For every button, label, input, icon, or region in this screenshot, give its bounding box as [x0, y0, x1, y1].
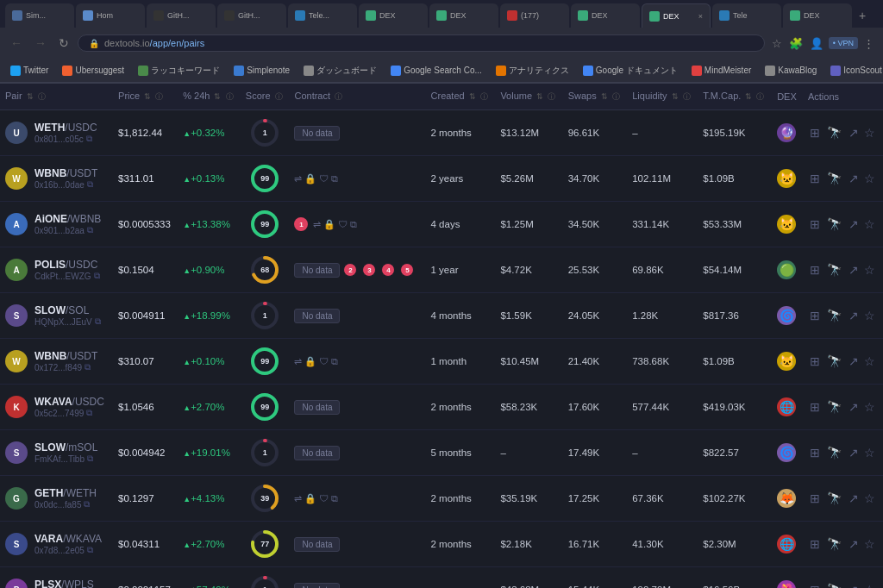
contract-audit-icon[interactable]: 🛡 — [319, 356, 329, 366]
info-button[interactable]: 🔭 — [825, 535, 843, 553]
favorite-button[interactable]: ☆ — [864, 217, 875, 231]
bookmark-analytics[interactable]: アナリティクス — [492, 63, 573, 78]
info-button[interactable]: 🔭 — [825, 581, 843, 588]
trade-button[interactable]: ↗ — [847, 581, 861, 588]
col-tmcap[interactable]: T.M.Cap. ⇅ ⓘ — [698, 84, 772, 110]
col-created[interactable]: Created ⇅ ⓘ — [426, 84, 496, 110]
contract-copy-icon[interactable]: ⧉ — [350, 219, 357, 230]
contract-swap-icon[interactable]: ⇌ — [294, 356, 302, 367]
contract-swap-icon[interactable]: ⇌ — [313, 219, 321, 230]
menu-icon[interactable]: ⋮ — [861, 35, 876, 52]
col-price[interactable]: Price ⇅ ⓘ — [113, 84, 178, 110]
copy-address-icon[interactable]: ⧉ — [86, 408, 92, 418]
dex-avatar[interactable]: 🐱 — [777, 169, 796, 188]
tab-notification[interactable]: (177) — [500, 3, 569, 28]
new-tab-button[interactable]: + — [854, 9, 871, 22]
tab-7[interactable]: DEX — [429, 3, 498, 28]
dex-avatar[interactable]: 🌐 — [777, 397, 796, 416]
favorite-button[interactable]: ☆ — [864, 400, 875, 414]
bookmark-twitter[interactable]: Twitter — [7, 64, 52, 78]
info-button[interactable]: 🔭 — [825, 353, 843, 370]
copy-address-icon[interactable]: ⧉ — [87, 225, 93, 235]
bookmark-iconscout[interactable]: IconScout — [827, 64, 883, 78]
col-liquidity[interactable]: Liquidity ⇅ ⓘ — [627, 84, 698, 110]
bookmark-google-search[interactable]: Google Search Co... — [387, 64, 485, 78]
tab-1[interactable]: Sim... — [5, 3, 74, 28]
address-bar[interactable]: 🔒 dextools.io/app/en/pairs — [78, 34, 765, 52]
dex-avatar[interactable]: 🌐 — [777, 535, 796, 554]
favorite-button[interactable]: ☆ — [864, 446, 875, 460]
favorite-button[interactable]: ☆ — [864, 354, 875, 368]
col-score[interactable]: Score ⓘ — [241, 84, 290, 110]
contract-audit-icon[interactable]: 🛡 — [319, 493, 329, 504]
copy-address-icon[interactable]: ⧉ — [86, 134, 92, 144]
tab-4[interactable]: GitH... — [217, 3, 286, 28]
copy-address-icon[interactable]: ⧉ — [84, 499, 90, 510]
copy-address-icon[interactable]: ⧉ — [87, 179, 93, 190]
favorite-button[interactable]: ☆ — [864, 491, 875, 505]
tab-2[interactable]: Hom — [76, 3, 145, 28]
dex-avatar[interactable]: 🔮 — [777, 123, 796, 142]
trade-button[interactable]: ↗ — [847, 398, 861, 416]
trade-button[interactable]: ↗ — [847, 124, 861, 141]
info-button[interactable]: 🔭 — [825, 261, 843, 278]
profile-icon[interactable]: 👤 — [808, 35, 825, 52]
chart-button[interactable]: ⊞ — [808, 535, 822, 553]
dex-avatar[interactable]: 🌺 — [777, 580, 796, 588]
dex-avatar[interactable]: 🦊 — [777, 489, 796, 508]
contract-swap-icon[interactable]: ⇌ — [294, 173, 302, 185]
info-button[interactable]: 🔭 — [825, 124, 843, 141]
info-button[interactable]: 🔭 — [825, 490, 843, 507]
chart-button[interactable]: ⊞ — [808, 261, 822, 278]
favorite-button[interactable]: ☆ — [864, 172, 875, 185]
col-contract[interactable]: Contract ⓘ — [289, 84, 425, 110]
info-button[interactable]: 🔭 — [825, 216, 843, 233]
chart-button[interactable]: ⊞ — [808, 170, 822, 187]
dex-avatar[interactable]: 🟢 — [777, 260, 796, 279]
trade-button[interactable]: ↗ — [847, 261, 861, 278]
contract-copy-icon[interactable]: ⧉ — [331, 493, 338, 504]
copy-address-icon[interactable]: ⧉ — [95, 316, 101, 327]
trade-button[interactable]: ↗ — [847, 307, 861, 324]
trade-button[interactable]: ↗ — [847, 444, 861, 461]
tab-6[interactable]: DEX — [359, 3, 428, 28]
bookmark-mindmeister[interactable]: MindMeister — [688, 64, 755, 78]
contract-swap-icon[interactable]: ⇌ — [294, 493, 302, 504]
chart-button[interactable]: ⊞ — [808, 398, 822, 416]
bookmark-kawablog[interactable]: KawaBlog — [761, 64, 820, 78]
favorite-button[interactable]: ☆ — [864, 537, 875, 551]
extension-icon[interactable]: 🧩 — [787, 35, 805, 52]
trade-button[interactable]: ↗ — [847, 170, 861, 187]
reload-button[interactable]: ↻ — [55, 34, 72, 52]
chart-button[interactable]: ⊞ — [808, 490, 822, 507]
tab-tele[interactable]: Tele — [712, 3, 781, 28]
chart-button[interactable]: ⊞ — [808, 307, 822, 324]
favorite-button[interactable]: ☆ — [864, 583, 875, 588]
chart-button[interactable]: ⊞ — [808, 444, 822, 461]
contract-audit-icon[interactable]: 🛡 — [338, 219, 348, 229]
bookmark-simplenote[interactable]: Simplenote — [230, 64, 293, 78]
info-button[interactable]: 🔭 — [825, 444, 843, 461]
chart-button[interactable]: ⊞ — [808, 216, 822, 233]
col-pct24h[interactable]: % 24h ⇅ ⓘ — [178, 84, 241, 110]
dex-avatar[interactable]: 🐱 — [777, 352, 796, 371]
chart-button[interactable]: ⊞ — [808, 353, 822, 370]
bookmark-dashboard[interactable]: ダッシュボード — [300, 63, 380, 78]
col-pair[interactable]: Pair ⇅ ⓘ — [0, 84, 113, 110]
forward-button[interactable]: → — [31, 34, 50, 52]
col-swaps[interactable]: Swaps ⇅ ⓘ — [563, 84, 628, 110]
tab-5[interactable]: Tele... — [288, 3, 357, 28]
contract-copy-icon[interactable]: ⧉ — [331, 173, 338, 185]
copy-address-icon[interactable]: ⧉ — [87, 545, 93, 555]
contract-lock-icon[interactable]: 🔒 — [304, 173, 316, 185]
bookmark-icon[interactable]: ☆ — [770, 35, 784, 52]
dex-avatar[interactable]: 🌀 — [777, 443, 796, 462]
copy-address-icon[interactable]: ⧉ — [94, 271, 100, 281]
info-button[interactable]: 🔭 — [825, 170, 843, 187]
favorite-button[interactable]: ☆ — [864, 126, 875, 140]
contract-lock-icon[interactable]: 🔒 — [304, 356, 316, 367]
tab-8[interactable]: DEX — [571, 3, 640, 28]
bookmark-ubersuggest[interactable]: Ubersuggest — [59, 64, 128, 78]
trade-button[interactable]: ↗ — [847, 216, 861, 233]
trade-button[interactable]: ↗ — [847, 535, 861, 553]
